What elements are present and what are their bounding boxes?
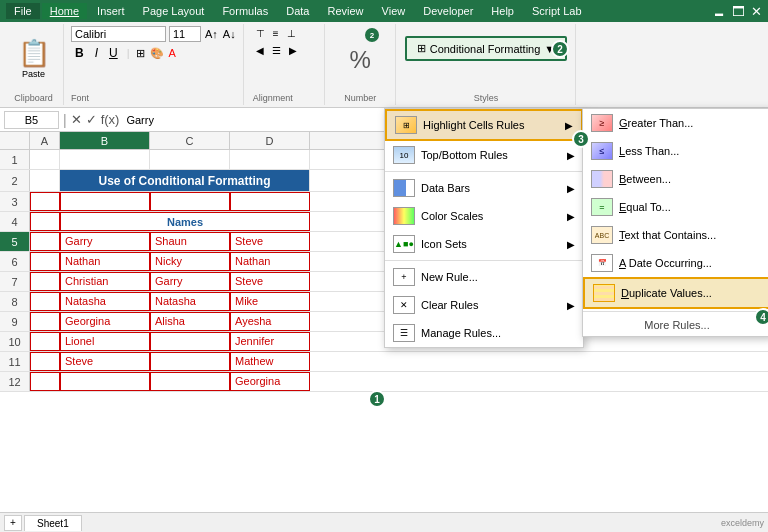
- tab-scriptlab[interactable]: Script Lab: [524, 3, 590, 19]
- cell-c8[interactable]: Natasha: [150, 292, 230, 311]
- submenu-item-lessthan[interactable]: ≤ Less Than...: [583, 137, 768, 165]
- fill-color-button[interactable]: 🎨: [149, 46, 165, 61]
- cell-a10[interactable]: [30, 332, 60, 351]
- menu-item-iconsets[interactable]: ▲■● Icon Sets ▶: [385, 230, 583, 258]
- row-header[interactable]: 12: [0, 372, 30, 391]
- menu-item-databars[interactable]: Data Bars ▶: [385, 174, 583, 202]
- cell-a5[interactable]: [30, 232, 60, 251]
- cell-d8[interactable]: Mike: [230, 292, 310, 311]
- cell-reference-input[interactable]: [4, 111, 59, 129]
- cell-b3[interactable]: [60, 192, 150, 211]
- italic-button[interactable]: I: [91, 44, 102, 62]
- paste-button[interactable]: 📋 Paste: [15, 35, 53, 82]
- cell-c9[interactable]: Alisha: [150, 312, 230, 331]
- cell-d12[interactable]: Georgina: [230, 372, 310, 391]
- cell-c11[interactable]: [150, 352, 230, 371]
- cell-a7[interactable]: [30, 272, 60, 291]
- cell-a11[interactable]: [30, 352, 60, 371]
- cell-d3[interactable]: [230, 192, 310, 211]
- cell-b8[interactable]: Natasha: [60, 292, 150, 311]
- minimize-icon[interactable]: 🗕: [713, 4, 726, 19]
- menu-item-colorscales[interactable]: Color Scales ▶: [385, 202, 583, 230]
- col-header-d[interactable]: D: [230, 132, 310, 149]
- font-name-input[interactable]: [71, 26, 166, 42]
- col-header-c[interactable]: C: [150, 132, 230, 149]
- cell-d7[interactable]: Steve: [230, 272, 310, 291]
- tab-developer[interactable]: Developer: [415, 3, 481, 19]
- cell-a1[interactable]: [30, 150, 60, 169]
- align-right-button[interactable]: ▶: [286, 43, 300, 58]
- tab-pagelayout[interactable]: Page Layout: [135, 3, 213, 19]
- cell-d1[interactable]: [230, 150, 310, 169]
- maximize-icon[interactable]: 🗖: [732, 4, 745, 19]
- submenu-item-dateoccurring[interactable]: 📅 A Date Occurring...: [583, 249, 768, 277]
- row-header[interactable]: 11: [0, 352, 30, 371]
- cell-b5[interactable]: Garry: [60, 232, 150, 251]
- submenu-item-duplicatevalues[interactable]: Duplicate Values...: [583, 277, 768, 309]
- col-header-b[interactable]: B: [60, 132, 150, 149]
- cell-c5[interactable]: Shaun: [150, 232, 230, 251]
- align-center-button[interactable]: ☰: [269, 43, 284, 58]
- submenu-item-between[interactable]: Between...: [583, 165, 768, 193]
- cell-a9[interactable]: [30, 312, 60, 331]
- cell-a6[interactable]: [30, 252, 60, 271]
- increase-font-button[interactable]: A↑: [204, 27, 219, 41]
- cell-a12[interactable]: [30, 372, 60, 391]
- underline-button[interactable]: U: [105, 44, 122, 62]
- row-header[interactable]: 3: [0, 192, 30, 211]
- col-header-a[interactable]: A: [30, 132, 60, 149]
- menu-item-highlight-cells[interactable]: ⊞ Highlight Cells Rules ▶: [385, 109, 583, 141]
- cell-a2[interactable]: [30, 170, 60, 191]
- menu-item-topbottom[interactable]: 10 Top/Bottom Rules ▶: [385, 141, 583, 169]
- row-header[interactable]: 2: [0, 170, 30, 191]
- cell-d5[interactable]: Steve: [230, 232, 310, 251]
- row-header[interactable]: 5: [0, 232, 30, 251]
- tab-insert[interactable]: Insert: [89, 3, 133, 19]
- cell-c6[interactable]: Nicky: [150, 252, 230, 271]
- row-header[interactable]: 1: [0, 150, 30, 169]
- function-icon[interactable]: f(x): [101, 112, 120, 127]
- tab-help[interactable]: Help: [483, 3, 522, 19]
- tab-data[interactable]: Data: [278, 3, 317, 19]
- cell-c3[interactable]: [150, 192, 230, 211]
- bold-button[interactable]: B: [71, 44, 88, 62]
- menu-item-newrule[interactable]: + New Rule...: [385, 263, 583, 291]
- font-size-input[interactable]: [169, 26, 201, 42]
- cell-a3[interactable]: [30, 192, 60, 211]
- cell-b6[interactable]: Nathan: [60, 252, 150, 271]
- submenu-item-greaterthan[interactable]: ≥ Greater Than...: [583, 109, 768, 137]
- tab-file[interactable]: File: [6, 3, 40, 19]
- menu-item-clearrules[interactable]: ✕ Clear Rules ▶: [385, 291, 583, 319]
- tab-review[interactable]: Review: [319, 3, 371, 19]
- confirm-formula-icon[interactable]: ✓: [86, 112, 97, 127]
- align-middle-button[interactable]: ≡: [270, 26, 282, 41]
- close-icon[interactable]: ✕: [751, 4, 762, 19]
- tab-home[interactable]: Home: [42, 3, 87, 19]
- menu-item-managerules[interactable]: ☰ Manage Rules...: [385, 319, 583, 347]
- cell-b4-names[interactable]: Names: [60, 212, 310, 231]
- tab-formulas[interactable]: Formulas: [214, 3, 276, 19]
- add-sheet-button[interactable]: +: [4, 515, 22, 531]
- cell-d6[interactable]: Nathan: [230, 252, 310, 271]
- row-header[interactable]: 7: [0, 272, 30, 291]
- tab-view[interactable]: View: [374, 3, 414, 19]
- font-color-button[interactable]: A: [168, 46, 177, 60]
- cell-a4[interactable]: [30, 212, 60, 231]
- row-header[interactable]: 10: [0, 332, 30, 351]
- submenu-item-textcontains[interactable]: ABC Text that Contains...: [583, 221, 768, 249]
- decrease-font-button[interactable]: A↓: [222, 27, 237, 41]
- cell-b9[interactable]: Georgina: [60, 312, 150, 331]
- cell-b10[interactable]: Lionel: [60, 332, 150, 351]
- row-header[interactable]: 9: [0, 312, 30, 331]
- cell-c12[interactable]: [150, 372, 230, 391]
- cell-b1[interactable]: [60, 150, 150, 169]
- sheet-tab[interactable]: Sheet1: [24, 515, 82, 531]
- row-header[interactable]: 8: [0, 292, 30, 311]
- conditional-formatting-button[interactable]: ⊞ Conditional Formatting ▼: [405, 36, 568, 61]
- cell-b2[interactable]: Use of Conditional Formatting: [60, 170, 310, 191]
- cell-d9[interactable]: Ayesha: [230, 312, 310, 331]
- cell-b12[interactable]: [60, 372, 150, 391]
- submenu-item-morerules[interactable]: More Rules...: [583, 314, 768, 336]
- cell-d10[interactable]: Jennifer: [230, 332, 310, 351]
- cell-c7[interactable]: Garry: [150, 272, 230, 291]
